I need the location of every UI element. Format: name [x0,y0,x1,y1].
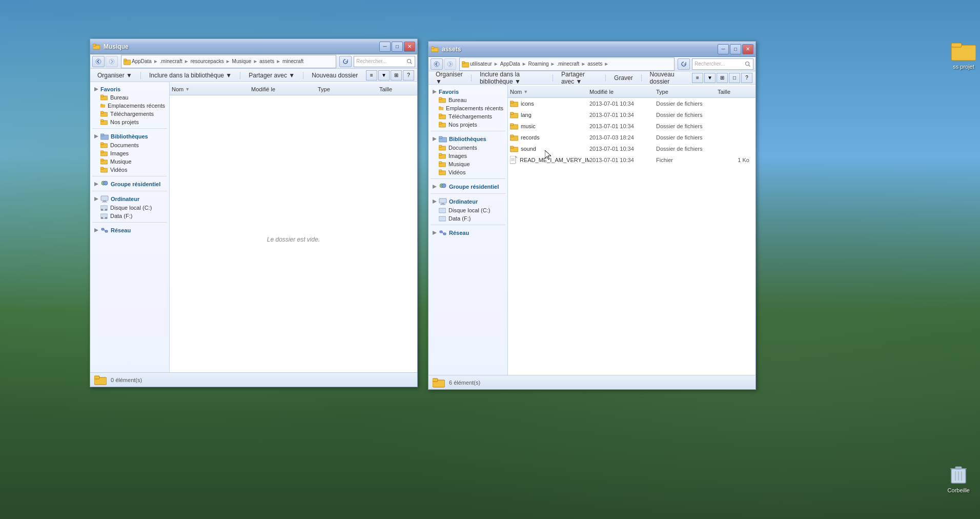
title-bar-2[interactable]: assets ─ □ ✕ [428,42,756,57]
help-btn-2[interactable]: ? [741,73,752,83]
minimize-button-2[interactable]: ─ [718,44,729,54]
menu-share-1[interactable]: Partager avec ▼ [244,71,299,80]
sidebar-section-computer-1[interactable]: Ordinateur [90,193,169,204]
title-bar-1[interactable]: Musique ─ □ ✕ [90,39,417,54]
col-nom-1[interactable]: Nom ▼ [172,86,251,92]
sidebar-section-libraries-2[interactable]: Bibliothèques [428,133,507,144]
sidebar-item-downloads-2[interactable]: Téléchargements [428,112,507,121]
sidebar-item-musique-1[interactable]: Musique [90,157,169,166]
svg-rect-99 [510,112,514,114]
col-date-1[interactable]: Modifié le [251,86,318,92]
sidebar-item-images-2[interactable]: Images [428,152,507,160]
menu-share-2[interactable]: Partager avec ▼ [557,70,601,86]
col-type-1[interactable]: Type [318,86,379,92]
sidebar-section-computer-2[interactable]: Ordinateur [428,196,507,206]
title-bar-folder-icon-1 [92,43,100,51]
table-row[interactable]: icons 2013-07-01 10:34 Dossier de fichie… [508,98,756,109]
sidebar-item-drive-f-2[interactable]: Data (F:) [428,214,507,223]
col-type-2[interactable]: Type [656,89,718,95]
file-type: Fichier [656,157,718,163]
svg-point-38 [104,181,108,185]
empty-folder-message-1: Le dossier est vide. [170,95,417,372]
col-nom-2[interactable]: Nom ▼ [510,89,589,95]
close-button-1[interactable]: ✕ [404,42,415,52]
search-box-2[interactable]: Rechercher... [692,58,753,70]
recycle-bin[interactable]: Corbeille [948,463,970,493]
back-button-2[interactable] [431,58,443,70]
svg-rect-69 [439,114,442,116]
sidebar-section-network-1[interactable]: Réseau [90,225,169,235]
sidebar-section-favoris-2[interactable]: Favoris [428,87,507,96]
view-details-btn-2[interactable]: ⊞ [717,73,728,83]
sidebar-item-musique-2[interactable]: Musique [428,160,507,168]
svg-line-62 [749,65,750,66]
address-bar-2[interactable]: utilisateur ► AppData ► Roaming ► .minec… [459,57,675,71]
file-date: 2013-07-01 10:34 [589,157,656,163]
refresh-button-1[interactable] [339,56,352,67]
sidebar-item-drive-c-2[interactable]: Disque local (C:) [428,206,507,214]
sidebar-item-bureau-1[interactable]: Bureau [90,93,169,102]
svg-rect-87 [439,198,446,203]
menu-organiser-1[interactable]: Organiser ▼ [93,71,136,80]
view-dropdown-btn-2[interactable]: ▼ [704,73,716,83]
address-bar-1[interactable]: AppData ► .minecraft ► resourcepacks ► M… [121,55,336,68]
back-button-1[interactable] [92,56,105,67]
search-box-1[interactable]: Rechercher... [354,56,415,67]
forward-button-1[interactable] [106,56,118,67]
sidebar-section-libraries-1[interactable]: Bibliothèques [90,131,169,141]
title-bar-text-2: assets [442,46,718,53]
maximize-button-1[interactable]: □ [392,42,403,52]
help-btn-1[interactable]: ? [403,70,414,81]
view-details-btn-1[interactable]: ⊞ [391,70,402,81]
close-button-2[interactable]: ✕ [742,44,753,54]
sidebar-item-projects-1[interactable]: Nos projets [90,118,169,126]
forward-button-2[interactable] [444,58,456,70]
address-crumb-4: Musique [232,58,252,64]
svg-rect-94 [443,233,446,235]
sidebar-item-documents-1[interactable]: Documents [90,141,169,149]
svg-rect-103 [510,135,514,137]
col-date-2[interactable]: Modifié le [589,89,656,95]
menu-burn-2[interactable]: Graver [610,73,637,83]
table-row[interactable]: lang 2013-07-01 10:34 Dossier de fichier… [508,109,756,121]
sidebar-section-favoris-1[interactable]: Favoris [90,84,169,93]
search-placeholder-2: Rechercher... [695,61,725,67]
refresh-button-2[interactable] [678,58,690,70]
sidebar-item-videos-1[interactable]: Vidéos [90,166,169,174]
menu-include-1[interactable]: Inclure dans la bibliothèque ▼ [145,71,236,80]
view-dropdown-btn-1[interactable]: ▼ [378,70,390,81]
menu-organiser-2[interactable]: Organiser ▼ [432,70,467,86]
sidebar-item-documents-2[interactable]: Documents [428,144,507,152]
menu-new-folder-2[interactable]: Nouveau dossier [646,70,690,86]
sidebar-item-drive-f-1[interactable]: Data (F:) [90,212,169,220]
minimize-button-1[interactable]: ─ [379,42,391,52]
sidebar-item-projects-2[interactable]: Nos projets [428,121,507,129]
maximize-button-2[interactable]: □ [730,44,741,54]
view-extra-btn-2[interactable]: □ [729,73,740,83]
col-size-2[interactable]: Taille [718,89,753,95]
desktop-folder-label: ss projet [953,64,974,70]
view-list-btn-1[interactable]: ≡ [366,70,377,81]
view-controls-1: ≡ ▼ ⊞ ? [366,70,414,81]
table-row[interactable]: records 2013-07-03 18:24 Dossier de fich… [508,132,756,143]
table-row[interactable]: sound 2013-07-01 10:34 Dossier de fichie… [508,143,756,154]
svg-rect-13 [124,59,127,61]
sidebar-section-network-2[interactable]: Réseau [428,227,507,237]
sidebar-section-homegroup-2[interactable]: Groupe résidentiel [428,181,507,191]
sidebar-item-recent-1[interactable]: Emplacements récents [90,102,169,110]
sidebar-item-downloads-1[interactable]: Téléchargements [90,110,169,118]
view-list-btn-2[interactable]: ≡ [692,73,703,83]
desktop-folder-project[interactable]: ss projet [951,41,976,70]
sidebar-section-homegroup-1[interactable]: Groupe résidentiel [90,178,169,189]
sidebar-item-videos-2[interactable]: Vidéos [428,168,507,176]
sidebar-item-recent-2[interactable]: Emplacements récents [428,104,507,112]
title-bar-folder-icon-2 [431,45,439,53]
col-size-1[interactable]: Taille [379,86,415,92]
menu-new-folder-1[interactable]: Nouveau dossier [308,71,362,80]
table-row[interactable]: READ_ME_I_AM_VERY_IMPORTANT 2013-07-01 1… [508,154,756,166]
sidebar-item-bureau-2[interactable]: Bureau [428,96,507,104]
table-row[interactable]: music 2013-07-01 10:34 Dossier de fichie… [508,121,756,132]
sidebar-item-images-1[interactable]: Images [90,149,169,157]
menu-include-2[interactable]: Inclure dans la bibliothèque ▼ [476,70,548,86]
sidebar-item-drive-c-1[interactable]: Disque local (C:) [90,204,169,212]
